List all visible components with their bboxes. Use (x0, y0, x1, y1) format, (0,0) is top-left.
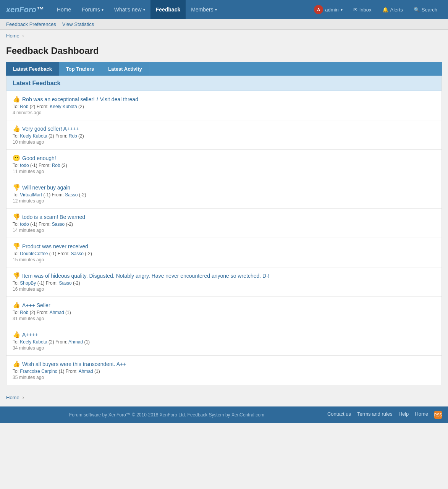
recipient-link[interactable]: Rob (20, 104, 28, 109)
feedback-title: 😐 Good enough! (13, 154, 435, 162)
feedback-meta: To: Keely Kubota (2) From: Ahmad (1) (13, 339, 435, 345)
positive-icon: 👍 (13, 331, 20, 338)
chevron-down-icon: ▾ (215, 8, 217, 12)
sub-navigation: Feedback Preferences View Statistics (0, 19, 448, 30)
nav-members[interactable]: Members ▾ (186, 0, 222, 19)
breadcrumb-home[interactable]: Home (6, 33, 19, 39)
feedback-meta: To: Rob (2) From: Ahmad (1) (13, 310, 435, 315)
search-button[interactable]: 🔍 Search (409, 5, 442, 15)
feedback-title: 👍 Very good seller! A++++ (13, 125, 435, 132)
footer-home-link[interactable]: Home (6, 395, 19, 400)
sender-link[interactable]: Ahmad (79, 369, 93, 374)
logo-text: xen (6, 5, 19, 14)
avatar: A (314, 5, 323, 14)
feedback-item-0: 👍 Rob was an exceptional seller! / Visit… (6, 91, 442, 120)
chevron-down-icon: ▾ (102, 8, 104, 12)
visit-deal-thread-link[interactable]: Visit deal thread (100, 96, 138, 102)
view-statistics-link[interactable]: View Statistics (62, 21, 94, 27)
tab-top-traders[interactable]: Top Traders (59, 62, 101, 76)
feedback-link[interactable]: Item was of hideous quality. Disgusted. … (22, 273, 270, 279)
feedback-link[interactable]: Product was never received (22, 243, 88, 249)
recipient-link[interactable]: ShopBy (20, 280, 36, 286)
terms-link[interactable]: Terms and rules (357, 411, 392, 419)
feedback-preferences-link[interactable]: Feedback Preferences (6, 21, 56, 27)
bell-icon: 🔔 (382, 7, 388, 13)
sender-link[interactable]: Sasso (65, 192, 78, 198)
content-area: Latest Feedback 👍 Rob was an exceptional… (6, 76, 442, 385)
neutral-icon: 😐 (13, 154, 20, 162)
help-link[interactable]: Help (399, 411, 409, 419)
feedback-link[interactable]: Very good seller! A++++ (22, 126, 79, 132)
recipient-link[interactable]: VirtualMart (20, 192, 42, 198)
rss-icon[interactable]: RSS (434, 411, 442, 419)
feedback-link[interactable]: Will never buy again (22, 185, 70, 191)
positive-icon: 👍 (13, 360, 20, 368)
sender-link[interactable]: Ahmad (50, 310, 64, 315)
feedback-title: 👍 Wish all buyers were this transcendent… (13, 360, 435, 368)
sender-link[interactable]: Sasso (71, 251, 84, 256)
user-menu[interactable]: A admin ▾ (309, 3, 347, 16)
inbox-icon: ✉ (353, 7, 357, 13)
recipient-link[interactable]: todo (20, 163, 29, 168)
nav-whats-new[interactable]: What's new ▾ (109, 0, 150, 19)
feedback-time: 16 minutes ago (13, 287, 435, 292)
sender-link[interactable]: Sasso (59, 280, 71, 286)
feedback-link[interactable]: A++++ (22, 332, 38, 338)
feedback-title: 👍 A++++ (13, 331, 435, 338)
recipient-link[interactable]: todo (20, 222, 29, 227)
contact-us-link[interactable]: Contact us (327, 411, 351, 419)
feedback-item-4: 👎 todo is a scam! Be warned To: todo (-1… (6, 209, 442, 238)
sender-link[interactable]: Rob (69, 133, 77, 139)
negative-icon: 👎 (13, 184, 20, 191)
positive-icon: 👍 (13, 301, 20, 309)
feedback-item-1: 👍 Very good seller! A++++ To: Keely Kubo… (6, 120, 442, 150)
feedback-meta: To: DoubleCoffee (-1) From: Sasso (-2) (13, 251, 435, 256)
feedback-time: 35 minutes ago (13, 375, 435, 380)
nav-home[interactable]: Home (52, 0, 76, 19)
sender-link[interactable]: Rob (52, 163, 60, 168)
feedback-meta: To: todo (-1) From: Rob (2) (13, 163, 435, 168)
feedback-time: 12 minutes ago (13, 198, 435, 204)
feedback-link[interactable]: Wish all buyers were this transcendent. … (22, 361, 126, 367)
feedback-item-9: 👍 Wish all buyers were this transcendent… (6, 356, 442, 385)
footer-copyright: Forum software by XenForo™ © 2010-2018 X… (6, 412, 327, 418)
feedback-item-7: 👍 A+++ Seller To: Rob (2) From: Ahmad (1… (6, 297, 442, 326)
content-header: Latest Feedback (6, 76, 442, 91)
logo[interactable]: xenForo™ (6, 5, 44, 14)
feedback-link[interactable]: Good enough! (22, 155, 56, 161)
feedback-link[interactable]: todo is a scam! Be warned (22, 214, 85, 220)
footer-breadcrumb: Home › (0, 391, 448, 406)
feedback-meta: To: Keely Kubota (2) From: Rob (2) (13, 133, 435, 139)
feedback-time: 4 minutes ago (13, 110, 435, 115)
feedback-time: 34 minutes ago (13, 345, 435, 351)
recipient-link[interactable]: Francoise Carpino (20, 369, 57, 374)
footer-links: Contact us Terms and rules Help Home RSS (327, 411, 442, 419)
sender-link[interactable]: Keely Kubota (50, 104, 77, 109)
breadcrumb-separator: › (22, 33, 24, 39)
feedback-time: 10 minutes ago (13, 139, 435, 145)
tab-latest-activity[interactable]: Latest Activity (101, 62, 149, 76)
alerts-button[interactable]: 🔔 Alerts (378, 5, 408, 15)
recipient-link[interactable]: DoubleCoffee (20, 251, 48, 256)
feedback-link[interactable]: A+++ Seller (22, 302, 50, 308)
feedback-meta: To: Francoise Carpino (1) From: Ahmad (1… (13, 369, 435, 374)
feedback-link[interactable]: Rob was an exceptional seller! (22, 96, 95, 102)
home-link[interactable]: Home (415, 411, 428, 419)
feedback-title: 👎 todo is a scam! Be warned (13, 213, 435, 220)
feedback-title: 👎 Item was of hideous quality. Disgusted… (13, 272, 435, 279)
feedback-time: 15 minutes ago (13, 257, 435, 262)
nav-forums[interactable]: Forums ▾ (76, 0, 108, 19)
recipient-link[interactable]: Rob (20, 310, 28, 315)
username: admin (325, 7, 338, 13)
feedback-meta: To: ShopBy (-1) From: Sasso (-2) (13, 280, 435, 286)
nav-feedback[interactable]: Feedback (150, 0, 186, 19)
feedback-item-8: 👍 A++++ To: Keely Kubota (2) From: Ahmad… (6, 326, 442, 356)
feedback-title: 👍 Rob was an exceptional seller! / Visit… (13, 96, 435, 103)
recipient-link[interactable]: Keely Kubota (20, 133, 47, 139)
negative-icon: 👎 (13, 243, 20, 250)
inbox-button[interactable]: ✉ Inbox (349, 5, 376, 15)
tab-latest-feedback[interactable]: Latest Feedback (6, 62, 59, 76)
sender-link[interactable]: Sasso (52, 222, 65, 227)
sender-link[interactable]: Ahmad (68, 339, 83, 345)
recipient-link[interactable]: Keely Kubota (20, 339, 47, 345)
